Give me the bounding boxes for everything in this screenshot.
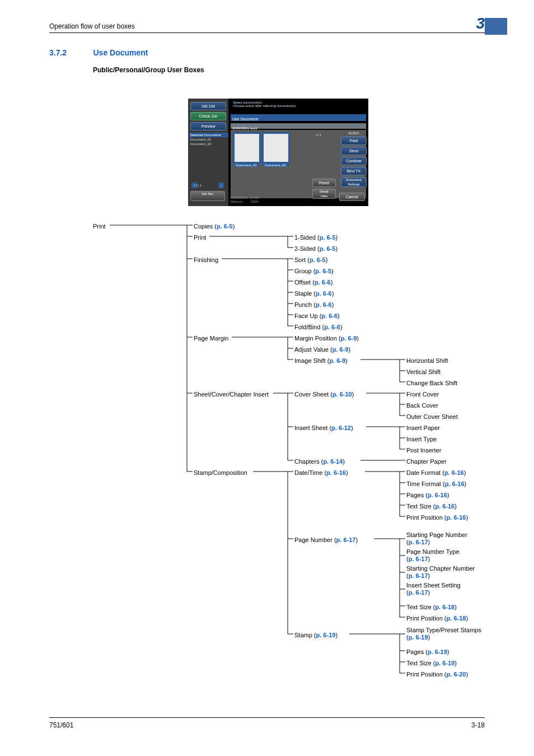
page-ref-link[interactable]: p. 6-17 (336, 536, 356, 543)
page-indicator: 1/ 1 (316, 133, 321, 137)
page-ref-link[interactable]: p. 6-19 (316, 632, 336, 638)
page-ref-link[interactable]: p. 6-16 (435, 503, 455, 510)
cancel-button[interactable]: Cancel (339, 193, 365, 201)
tree-item: Text Size (p. 6-19) (406, 657, 457, 669)
screenshot-sidepanel: Job List Check Job Preview Selected Docu… (188, 99, 228, 206)
page-ref-link[interactable]: p. 6-20 (447, 671, 466, 678)
page-ref-link[interactable]: p. 6-16 (447, 514, 466, 521)
tree-item: Page Number Type(p. 6-17) (406, 548, 460, 563)
print-button[interactable]: Print (341, 137, 367, 145)
tree-item: Finishing (194, 254, 218, 265)
doc-thumb-label: Document_01 (234, 164, 259, 167)
doc-thumb-1[interactable] (234, 133, 260, 162)
tree-item: Margin Position (p. 6-9) (294, 333, 359, 344)
page-ref-link[interactable]: p. 6-12 (331, 424, 351, 431)
tree-item: Face Up (p. 6-6) (294, 310, 340, 321)
page-ref-link[interactable]: p. 6-14 (323, 458, 343, 465)
tree-item: Page Margin (194, 333, 228, 344)
page-ref-link[interactable]: p. 6-18 (447, 615, 466, 622)
page-ref-link[interactable]: p. 6-5 (320, 245, 336, 252)
screenshot-tabbar: Use Document (231, 114, 366, 121)
tree-item: Punch (p. 6-6) (294, 299, 334, 310)
page-ref-link[interactable]: p. 6-19 (409, 634, 428, 641)
page-ref-link[interactable]: p. 6-6 (321, 312, 338, 319)
chapter-number: 3 (476, 15, 485, 32)
page-ref-link[interactable]: p. 6-9 (341, 335, 357, 342)
page-ref-link[interactable]: p. 6-5 (310, 256, 326, 263)
screenshot-instruction: Select document(s). Choose action after … (233, 101, 297, 108)
tree-item: Starting Chapter Number(p. 6-17) (406, 565, 475, 580)
page-ref-link[interactable]: p. 6-19 (435, 660, 455, 666)
tree-item: Group (p. 6-5) (294, 265, 334, 277)
page-ref-link[interactable]: p. 6-17 (409, 572, 428, 579)
tree-item: Adjust Value (p. 6-9) (294, 344, 350, 355)
section-title: Use Document (93, 48, 148, 57)
page-ref-link[interactable]: p. 6-6 (316, 301, 332, 308)
selected-doc: Document_01 (188, 137, 228, 142)
tree-item: Print Position (p. 6-20) (406, 669, 468, 680)
tree-item: Chapters (p. 6-14) (294, 456, 345, 467)
page-ref-link[interactable]: p. 6-16 (326, 469, 346, 476)
doc-thumb-2[interactable] (263, 133, 289, 162)
page-ref-link[interactable]: p. 6-17 (409, 556, 428, 562)
tree-item: Image Shift (p. 6-9) (294, 355, 348, 366)
page-ref-link[interactable]: p. 6-5 (320, 234, 336, 241)
combine-button[interactable]: Combine (341, 157, 367, 165)
job-list-button[interactable]: Job List (190, 102, 226, 110)
tree-item: Vertical Shift (406, 366, 441, 377)
action-column: Action Print Send Combine Bind TX Docume… (340, 131, 367, 189)
del-sel-button[interactable]: Del Sel. (190, 191, 225, 201)
section-heading: 3.7.2 Use Document (49, 48, 148, 57)
tree-item: Change Back Shift (406, 377, 457, 389)
page-ref-link[interactable]: p. 6-17 (409, 539, 428, 545)
page-ref-link[interactable]: p. 6-6 (324, 324, 340, 330)
detail-view-button[interactable]: Detail View (312, 189, 336, 199)
chapter-color-bar (485, 18, 507, 35)
footer-model: 751/601 (49, 721, 73, 729)
action-label: Action (340, 131, 367, 135)
tree-item: Cover Sheet (p. 6-10) (294, 389, 354, 400)
page-header: Operation flow of user boxes 3 (49, 22, 485, 33)
tree-item: Sort (p. 6-5) (294, 254, 327, 265)
page-ref-link[interactable]: p. 6-16 (444, 469, 464, 476)
tree-item: Insert Sheet (p. 6-12) (294, 422, 353, 433)
scroll-down-icon[interactable]: ↓ (218, 183, 224, 188)
tab-use-document[interactable]: Use Document (232, 117, 258, 121)
check-job-button[interactable]: Check Job (190, 112, 226, 120)
page-ref-link[interactable]: p. 6-5 (315, 268, 331, 274)
tree-item: Staple (p. 6-6) (294, 288, 334, 299)
tree-item: Starting Page Number(p. 6-17) (406, 531, 467, 546)
tree-item: Offset (p. 6-6) (294, 277, 332, 288)
send-button[interactable]: Send (341, 147, 367, 155)
ui-screenshot: Job List Check Job Preview Selected Docu… (188, 99, 368, 206)
tree-item: Stamp (p. 6-19) (294, 629, 338, 641)
option-tree: Print Copies (p. 6-5) Print Finishing Pa… (93, 221, 496, 685)
page-ref-link[interactable]: p. 6-16 (428, 492, 447, 498)
preview-button[interactable]: Preview (190, 122, 226, 130)
tree-item: Copies (p. 6-5) (194, 221, 235, 232)
tree-item: Chapter Paper (406, 456, 447, 467)
bind-tx-button[interactable]: Bind TX (341, 167, 367, 175)
page-ref-link[interactable]: p. 6-10 (332, 391, 352, 398)
page-ref-link[interactable]: p. 6-6 (316, 290, 332, 297)
tree-item: Text Size (p. 6-16) (406, 501, 457, 512)
page-ref-link[interactable]: p. 6-9 (329, 357, 345, 364)
tree-item: 2-Sided (p. 6-5) (294, 243, 338, 254)
tree-item: Stamp/Composition (194, 467, 247, 478)
page-ref-link[interactable]: p. 6-5 (217, 223, 233, 230)
section-subheading: Public/Personal/Group User Boxes (93, 66, 204, 74)
selected-docs-header: Selected Documents (189, 133, 228, 137)
tree-item: Page Number (p. 6-17) (294, 534, 358, 545)
tree-root: Print (93, 221, 106, 232)
page-ref-link[interactable]: p. 6-18 (435, 604, 455, 610)
reset-button[interactable]: Reset (312, 179, 336, 187)
tree-item: 1-Sided (p. 6-5) (294, 232, 338, 243)
page-ref-link[interactable]: p. 6-9 (332, 346, 349, 353)
page-ref-link[interactable]: p. 6-6 (315, 279, 331, 286)
doc-settings-button[interactable]: Document Settings (341, 177, 367, 187)
page-ref-link[interactable]: p. 6-16 (445, 480, 465, 487)
tree-item: Print Position (p. 6-16) (406, 512, 468, 523)
page-ref-link[interactable]: p. 6-19 (428, 648, 447, 655)
page-ref-link[interactable]: p. 6-17 (409, 589, 428, 596)
status-datetime: 2008/02/06 14:55Memory 100% (231, 196, 259, 204)
